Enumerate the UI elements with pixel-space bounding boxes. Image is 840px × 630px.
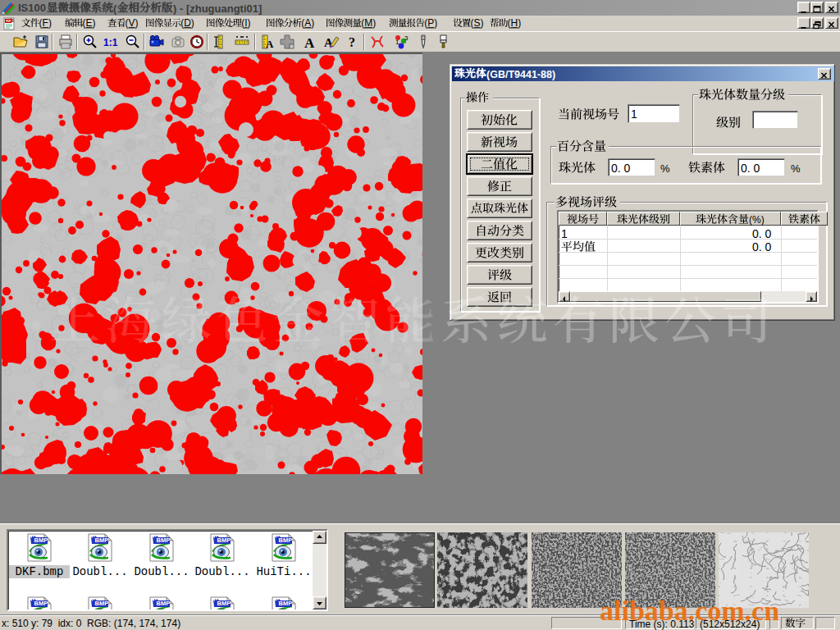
svg-text:(S): (S)	[471, 17, 484, 29]
svg-text:(F): (F)	[39, 17, 52, 29]
svg-text:A: A	[266, 38, 274, 50]
svg-text:BMP: BMP	[279, 600, 293, 607]
svg-text:(V): (V)	[126, 17, 139, 29]
svg-text:?: ?	[349, 35, 355, 49]
svg-text:) - [zhuguangti01]: ) - [zhuguangti01]	[173, 2, 262, 15]
svg-text:(A): (A)	[301, 17, 314, 29]
svg-text:(: (	[113, 2, 117, 15]
svg-text:(M): (M)	[361, 17, 376, 29]
svg-text:(E): (E)	[83, 17, 96, 29]
svg-text:BMP: BMP	[279, 536, 293, 544]
svg-text:BMP: BMP	[34, 600, 48, 607]
svg-text:BMP: BMP	[95, 536, 109, 544]
svg-text:BMP: BMP	[217, 536, 231, 544]
svg-text:1: 1	[395, 39, 399, 46]
svg-text:(GB/T9441-88): (GB/T9441-88)	[486, 69, 555, 80]
svg-text:(D): (D)	[180, 17, 194, 29]
svg-text:(I): (I)	[241, 17, 250, 29]
svg-text:A: A	[304, 35, 315, 50]
svg-text:BMP: BMP	[34, 536, 48, 544]
svg-text:(H): (H)	[508, 17, 522, 29]
svg-text:1:1: 1:1	[103, 37, 118, 48]
svg-text:BMP: BMP	[217, 600, 231, 607]
svg-text:(P): (P)	[424, 17, 437, 29]
svg-text:BMP: BMP	[157, 600, 171, 607]
svg-text:BMP: BMP	[95, 600, 109, 607]
svg-text:3: 3	[404, 34, 409, 42]
svg-text:BMP: BMP	[157, 536, 171, 544]
